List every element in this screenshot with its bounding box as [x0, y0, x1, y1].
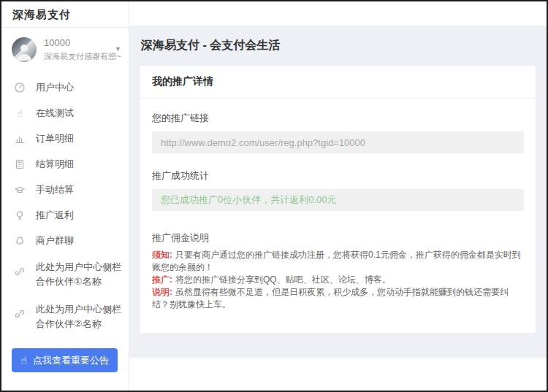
app-window: 深海易支付 10000 深海易支付感谢有您~ ▼ 用户中心 ☝ 在线测试 — [0, 0, 548, 392]
dashboard-icon — [13, 82, 26, 93]
sidebar-item-label: 推广返利 — [36, 209, 74, 221]
note-line-notice: 须知:只要有商户通过您的推广链接成功注册，您将获得0.1元佣金，推广获得的佣金都… — [152, 249, 524, 274]
card-title: 我的推广详情 — [140, 66, 536, 99]
note-label: 须知: — [152, 250, 172, 260]
link-icon — [13, 308, 26, 320]
promo-stats-label: 推广成功统计 — [152, 169, 524, 182]
note-label: 说明: — [152, 287, 172, 297]
sidebar-item-order-details[interactable]: 订单明细 — [1, 126, 129, 151]
bar-chart-icon — [13, 133, 26, 145]
hand-pointer-icon: ☝ — [13, 107, 26, 119]
note-text: 虽然显得有些微不足道，但是日积夜累，积少成多，您动动手指就能赚到的钱还需要纠结？… — [152, 287, 509, 310]
sidebar-item-label: 订单明细 — [36, 132, 74, 145]
lightbulb-icon — [13, 210, 26, 221]
commission-notes: 推广佣金说明 须知:只要有商户通过您的推广链接成功注册，您将获得0.1元佣金，推… — [152, 231, 524, 311]
content-wrapper: 深海易支付 - 会支付会生活 我的推广详情 您的推广链接 推广成功统计 您已成功… — [129, 26, 547, 358]
sidebar-item-label: 结算明细 — [36, 158, 74, 170]
top-bar — [129, 1, 547, 26]
sidebar-item-online-test[interactable]: ☝ 在线测试 — [1, 100, 129, 126]
sidebar: 深海易支付 10000 深海易支付感谢有您~ ▼ 用户中心 ☝ 在线测试 — [1, 1, 129, 391]
sidebar-menu: 用户中心 ☝ 在线测试 订单明细 结算明细 — [1, 72, 129, 338]
promo-stats-value: 您已成功推广0位小伙伴，共计返利0.00元 — [152, 189, 524, 211]
announcement-button-label: 点我查看重要公告 — [33, 354, 109, 367]
footer-whitespace — [129, 358, 547, 391]
graduation-cap-icon — [13, 184, 26, 196]
sidebar-item-label: 在线测试 — [36, 107, 74, 119]
sidebar-item-promo-rebate[interactable]: 推广返利 — [1, 202, 129, 228]
commission-notes-title: 推广佣金说明 — [152, 231, 524, 245]
promo-link-label: 您的推广链接 — [152, 112, 524, 125]
chevron-down-icon[interactable]: ▼ — [115, 45, 121, 53]
sidebar-item-user-center[interactable]: 用户中心 — [1, 74, 129, 100]
promo-details-card: 我的推广详情 您的推广链接 推广成功统计 您已成功推广0位小伙伴，共计返利0.0… — [140, 66, 536, 333]
announcement-button[interactable]: ☝ 点我查看重要公告 — [12, 348, 118, 372]
promo-link-input[interactable] — [152, 131, 524, 153]
sidebar-item-manual-settlement[interactable]: 手动结算 — [1, 177, 129, 202]
sidebar-item-label: 手动结算 — [36, 183, 74, 196]
sidebar-item-partner-1[interactable]: 此处为用户中心侧栏合作伙伴①名称 — [1, 253, 129, 296]
sidebar-item-label: 此处为用户中心侧栏合作伙伴②名称 — [36, 302, 121, 331]
chat-blob-icon — [13, 235, 26, 247]
note-line-explain: 说明:虽然显得有些微不足道，但是日积夜累，积少成多，您动动手指就能赚到的钱还需要… — [152, 286, 524, 311]
sidebar-item-label: 此处为用户中心侧栏合作伙伴①名称 — [36, 260, 121, 289]
brand-logo: 深海易支付 — [1, 1, 129, 28]
calculator-icon — [13, 158, 26, 170]
user-greeting: 深海易支付感谢有您~ — [44, 51, 121, 62]
note-line-promote: 推广:将您的推广链接分享到QQ、贴吧、社区、论坛、博客。 — [152, 274, 524, 286]
card-body: 您的推广链接 推广成功统计 您已成功推广0位小伙伴，共计返利0.00元 推广佣金… — [140, 99, 536, 333]
sidebar-item-label: 商户群聊 — [36, 234, 74, 247]
note-label: 推广: — [152, 274, 172, 285]
user-panel[interactable]: 10000 深海易支付感谢有您~ ▼ — [1, 28, 129, 72]
note-text: 将您的推广链接分享到QQ、贴吧、社区、论坛、博客。 — [175, 274, 391, 285]
user-id: 10000 — [44, 37, 121, 48]
main-content: 深海易支付 - 会支付会生活 我的推广详情 您的推广链接 推广成功统计 您已成功… — [129, 1, 547, 391]
avatar — [12, 37, 37, 62]
link-icon — [13, 266, 26, 277]
hand-pointer-icon: ☝ — [20, 355, 27, 366]
sidebar-item-settlement-details[interactable]: 结算明细 — [1, 151, 129, 177]
sidebar-item-label: 用户中心 — [36, 81, 74, 93]
sidebar-item-partner-2[interactable]: 此处为用户中心侧栏合作伙伴②名称 — [1, 296, 129, 338]
sidebar-item-merchant-chat[interactable]: 商户群聊 — [1, 228, 129, 253]
user-meta: 10000 深海易支付感谢有您~ — [44, 37, 121, 62]
page-title: 深海易支付 - 会支付会生活 — [140, 26, 536, 53]
note-text: 只要有商户通过您的推广链接成功注册，您将获得0.1元佣金，推广获得的佣金都是实时… — [152, 250, 521, 272]
